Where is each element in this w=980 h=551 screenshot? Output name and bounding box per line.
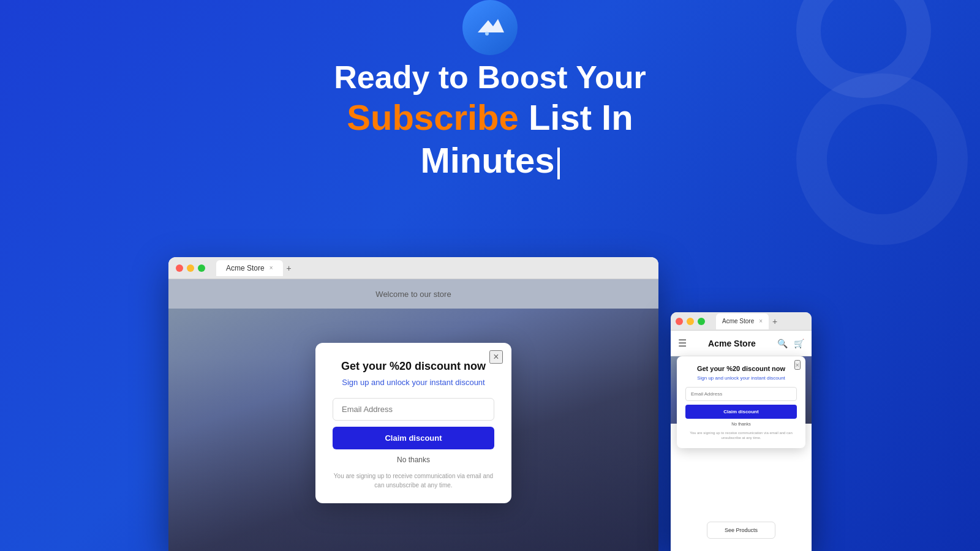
hero-text: Ready to Boost Your Subscribe List In Mi…	[276, 58, 704, 182]
hero-subscribe: Subscribe	[347, 97, 518, 137]
popup-subtitle: Sign up and unlock your instant discount	[333, 378, 494, 387]
desktop-tab-new[interactable]: +	[287, 263, 292, 273]
store-banner: Welcome to our store	[168, 279, 658, 309]
mobile-see-products-button[interactable]: See Products	[707, 522, 775, 539]
desktop-tab-close[interactable]: ×	[270, 264, 273, 271]
mobile-tab-bar: Acme Store × +	[716, 313, 807, 329]
mobile-browser: Acme Store × + ☰ Acme Store 🔍 🛒 × Get yo…	[671, 312, 812, 551]
mobile-search-icon[interactable]: 🔍	[777, 339, 788, 348]
mobile-store-title: Acme Store	[708, 339, 756, 348]
logo-icon	[462, 0, 518, 55]
mobile-tab-active[interactable]: Acme Store ×	[716, 313, 769, 329]
mobile-tab-close[interactable]: ×	[759, 318, 763, 324]
cursor	[557, 148, 560, 179]
hero-list-in: List In	[519, 97, 633, 137]
popup-title: Get your %20 discount now	[333, 360, 494, 373]
hero-minutes: Minutes	[420, 140, 554, 180]
desktop-tab-label: Acme Store	[226, 264, 265, 272]
hero-line2: Subscribe List In	[276, 96, 704, 139]
popup-claim-button[interactable]: Claim discount	[333, 427, 494, 449]
desktop-tab-active[interactable]: Acme Store ×	[216, 260, 283, 276]
mobile-popup-disclaimer: You are signing up to receive communicat…	[685, 430, 797, 441]
popup-disclaimer: You are signing up to receive communicat…	[333, 471, 494, 490]
mobile-tab-new[interactable]: +	[772, 317, 777, 326]
mobile-popup-no-thanks[interactable]: No thanks	[685, 422, 797, 426]
mobile-titlebar: Acme Store × +	[671, 312, 812, 331]
tab-bar: Acme Store × +	[216, 260, 651, 276]
hamburger-icon[interactable]: ☰	[678, 337, 687, 349]
desktop-browser-content: Welcome to our store × Get your %20 disc…	[168, 279, 658, 551]
mobile-popup-close-button[interactable]: ×	[794, 360, 801, 370]
mobile-popup-title: Get your %20 discount now	[685, 365, 797, 372]
popup-no-thanks[interactable]: No thanks	[333, 455, 494, 464]
mobile-dot-green[interactable]	[698, 318, 705, 325]
mobile-tab-label: Acme Store	[722, 318, 754, 324]
dot-red[interactable]	[176, 264, 183, 272]
popup-email-input[interactable]	[333, 398, 494, 421]
desktop-popup: × Get your %20 discount now Sign up and …	[315, 343, 511, 503]
mobile-navbar: ☰ Acme Store 🔍 🛒	[671, 331, 812, 356]
popup-close-button[interactable]: ×	[489, 350, 503, 364]
mobile-popup: × Get your %20 discount now Sign up and …	[677, 356, 805, 448]
mobile-popup-claim-button[interactable]: Claim discount	[685, 405, 797, 419]
logo-svg	[475, 15, 505, 40]
dot-green[interactable]	[198, 264, 205, 272]
desktop-browser: Acme Store × + Welcome to our store × Ge…	[168, 257, 658, 551]
hero-line1: Ready to Boost Your	[276, 58, 704, 96]
deco-circle-mid-right	[796, 73, 968, 245]
mobile-popup-email-input[interactable]	[685, 387, 797, 401]
dot-yellow[interactable]	[187, 264, 194, 272]
browsers-container: Acme Store × + Welcome to our store × Ge…	[168, 208, 812, 551]
mobile-cart-icon[interactable]: 🛒	[794, 339, 804, 348]
mobile-popup-subtitle: Sign up and unlock your instant discount	[685, 375, 797, 381]
svg-point-0	[485, 32, 489, 36]
mobile-dot-yellow[interactable]	[687, 318, 694, 325]
mobile-nav-icons: 🔍 🛒	[777, 339, 804, 348]
hero-line3: Minutes	[276, 139, 704, 182]
mobile-dot-red[interactable]	[676, 318, 683, 325]
desktop-titlebar: Acme Store × +	[168, 257, 658, 279]
mobile-browser-content: ☰ Acme Store 🔍 🛒 × Get your %20 discount…	[671, 331, 812, 551]
